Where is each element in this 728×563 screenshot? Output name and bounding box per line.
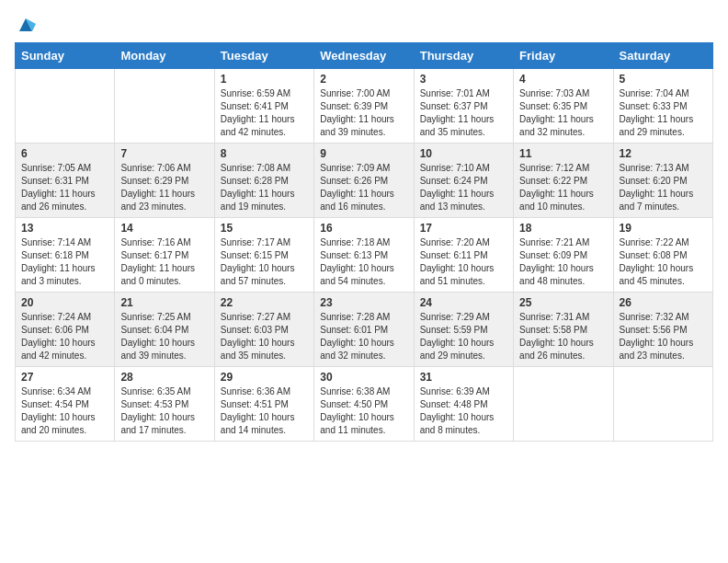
calendar-header-row: SundayMondayTuesdayWednesdayThursdayFrid… <box>16 43 713 69</box>
day-number: 2 <box>320 73 407 86</box>
calendar-cell: 6Sunrise: 7:05 AMSunset: 6:31 PMDaylight… <box>16 144 115 218</box>
header-day-tuesday: Tuesday <box>214 43 313 69</box>
calendar-cell: 18Sunrise: 7:21 AMSunset: 6:09 PMDayligh… <box>514 218 613 293</box>
calendar-cell: 14Sunrise: 7:16 AMSunset: 6:17 PMDayligh… <box>115 218 214 293</box>
day-number: 15 <box>221 222 308 235</box>
calendar-cell: 12Sunrise: 7:13 AMSunset: 6:20 PMDayligh… <box>613 144 712 218</box>
calendar-cell: 17Sunrise: 7:20 AMSunset: 6:11 PMDayligh… <box>414 218 513 293</box>
calendar-cell: 26Sunrise: 7:32 AMSunset: 5:56 PMDayligh… <box>613 293 712 367</box>
day-info: Sunrise: 6:59 AMSunset: 6:41 PMDaylight:… <box>221 87 308 139</box>
day-number: 11 <box>519 147 607 160</box>
day-number: 17 <box>420 222 507 235</box>
day-number: 23 <box>320 296 407 309</box>
day-info: Sunrise: 7:20 AMSunset: 6:11 PMDaylight:… <box>420 236 507 288</box>
day-number: 4 <box>519 73 607 86</box>
day-info: Sunrise: 7:24 AMSunset: 6:06 PMDaylight:… <box>21 311 108 362</box>
calendar-week-row: 1Sunrise: 6:59 AMSunset: 6:41 PMDaylight… <box>16 69 713 144</box>
day-info: Sunrise: 7:27 AMSunset: 6:03 PMDaylight:… <box>221 311 308 362</box>
day-number: 20 <box>21 296 108 309</box>
calendar-cell: 9Sunrise: 7:09 AMSunset: 6:26 PMDaylight… <box>314 144 414 218</box>
day-info: Sunrise: 7:21 AMSunset: 6:09 PMDaylight:… <box>519 236 607 288</box>
day-info: Sunrise: 7:12 AMSunset: 6:22 PMDaylight:… <box>519 162 607 213</box>
calendar-cell: 2Sunrise: 7:00 AMSunset: 6:39 PMDaylight… <box>314 69 414 144</box>
day-info: Sunrise: 7:16 AMSunset: 6:17 PMDaylight:… <box>120 236 208 288</box>
calendar-cell <box>514 367 613 442</box>
day-number: 29 <box>221 371 308 384</box>
day-info: Sunrise: 7:32 AMSunset: 5:56 PMDaylight:… <box>620 311 707 362</box>
day-info: Sunrise: 7:14 AMSunset: 6:18 PMDaylight:… <box>21 236 108 288</box>
calendar-cell: 13Sunrise: 7:14 AMSunset: 6:18 PMDayligh… <box>16 218 115 293</box>
day-info: Sunrise: 7:00 AMSunset: 6:39 PMDaylight:… <box>320 87 407 139</box>
calendar-cell <box>115 69 214 144</box>
page-header <box>15 15 713 31</box>
calendar-cell: 29Sunrise: 6:36 AMSunset: 4:51 PMDayligh… <box>214 367 313 442</box>
day-info: Sunrise: 7:28 AMSunset: 6:01 PMDaylight:… <box>320 311 407 362</box>
header-day-friday: Friday <box>514 43 613 69</box>
day-info: Sunrise: 6:38 AMSunset: 4:50 PMDaylight:… <box>320 385 407 437</box>
day-number: 7 <box>120 147 208 160</box>
day-info: Sunrise: 7:22 AMSunset: 6:08 PMDaylight:… <box>620 236 707 288</box>
day-info: Sunrise: 7:01 AMSunset: 6:37 PMDaylight:… <box>420 87 507 139</box>
calendar-cell: 30Sunrise: 6:38 AMSunset: 4:50 PMDayligh… <box>314 367 414 442</box>
calendar-cell <box>613 367 712 442</box>
header-day-sunday: Sunday <box>16 43 115 69</box>
logo-icon <box>16 15 36 35</box>
calendar-cell: 25Sunrise: 7:31 AMSunset: 5:58 PMDayligh… <box>514 293 613 367</box>
day-info: Sunrise: 7:03 AMSunset: 6:35 PMDaylight:… <box>519 87 607 139</box>
day-info: Sunrise: 7:29 AMSunset: 5:59 PMDaylight:… <box>420 311 507 362</box>
calendar-cell: 19Sunrise: 7:22 AMSunset: 6:08 PMDayligh… <box>613 218 712 293</box>
day-number: 12 <box>620 147 707 160</box>
calendar-cell: 11Sunrise: 7:12 AMSunset: 6:22 PMDayligh… <box>514 144 613 218</box>
day-number: 26 <box>620 296 707 309</box>
calendar-cell <box>16 69 115 144</box>
day-number: 25 <box>519 296 607 309</box>
day-info: Sunrise: 6:35 AMSunset: 4:53 PMDaylight:… <box>120 385 208 437</box>
header-day-saturday: Saturday <box>613 43 712 69</box>
day-number: 8 <box>221 147 308 160</box>
day-number: 27 <box>21 371 108 384</box>
calendar-cell: 1Sunrise: 6:59 AMSunset: 6:41 PMDaylight… <box>214 69 313 144</box>
day-number: 16 <box>320 222 407 235</box>
calendar-cell: 24Sunrise: 7:29 AMSunset: 5:59 PMDayligh… <box>414 293 513 367</box>
calendar-cell: 7Sunrise: 7:06 AMSunset: 6:29 PMDaylight… <box>115 144 214 218</box>
day-number: 5 <box>620 73 707 86</box>
day-info: Sunrise: 7:08 AMSunset: 6:28 PMDaylight:… <box>221 162 308 213</box>
calendar-week-row: 20Sunrise: 7:24 AMSunset: 6:06 PMDayligh… <box>16 293 713 367</box>
day-number: 22 <box>221 296 308 309</box>
day-info: Sunrise: 7:17 AMSunset: 6:15 PMDaylight:… <box>221 236 308 288</box>
day-info: Sunrise: 7:05 AMSunset: 6:31 PMDaylight:… <box>21 162 108 213</box>
day-info: Sunrise: 7:25 AMSunset: 6:04 PMDaylight:… <box>120 311 208 362</box>
calendar-cell: 27Sunrise: 6:34 AMSunset: 4:54 PMDayligh… <box>16 367 115 442</box>
calendar-cell: 22Sunrise: 7:27 AMSunset: 6:03 PMDayligh… <box>214 293 313 367</box>
calendar-cell: 15Sunrise: 7:17 AMSunset: 6:15 PMDayligh… <box>214 218 313 293</box>
calendar-cell: 23Sunrise: 7:28 AMSunset: 6:01 PMDayligh… <box>314 293 414 367</box>
day-number: 6 <box>21 147 108 160</box>
day-number: 31 <box>420 371 507 384</box>
day-number: 24 <box>420 296 507 309</box>
day-number: 1 <box>221 73 308 86</box>
calendar-cell: 21Sunrise: 7:25 AMSunset: 6:04 PMDayligh… <box>115 293 214 367</box>
calendar-cell: 20Sunrise: 7:24 AMSunset: 6:06 PMDayligh… <box>16 293 115 367</box>
calendar-cell: 5Sunrise: 7:04 AMSunset: 6:33 PMDaylight… <box>613 69 712 144</box>
logo <box>15 15 36 31</box>
day-number: 10 <box>420 147 507 160</box>
day-number: 9 <box>320 147 407 160</box>
calendar-cell: 4Sunrise: 7:03 AMSunset: 6:35 PMDaylight… <box>514 69 613 144</box>
calendar-cell: 8Sunrise: 7:08 AMSunset: 6:28 PMDaylight… <box>214 144 313 218</box>
calendar-cell: 3Sunrise: 7:01 AMSunset: 6:37 PMDaylight… <box>414 69 513 144</box>
calendar-cell: 31Sunrise: 6:39 AMSunset: 4:48 PMDayligh… <box>414 367 513 442</box>
day-info: Sunrise: 6:36 AMSunset: 4:51 PMDaylight:… <box>221 385 308 437</box>
day-number: 28 <box>120 371 208 384</box>
day-info: Sunrise: 6:34 AMSunset: 4:54 PMDaylight:… <box>21 385 108 437</box>
calendar-week-row: 27Sunrise: 6:34 AMSunset: 4:54 PMDayligh… <box>16 367 713 442</box>
day-number: 18 <box>519 222 607 235</box>
day-info: Sunrise: 7:13 AMSunset: 6:20 PMDaylight:… <box>620 162 707 213</box>
day-number: 21 <box>120 296 208 309</box>
header-day-thursday: Thursday <box>414 43 513 69</box>
day-number: 3 <box>420 73 507 86</box>
calendar-cell: 16Sunrise: 7:18 AMSunset: 6:13 PMDayligh… <box>314 218 414 293</box>
day-number: 13 <box>21 222 108 235</box>
day-number: 30 <box>320 371 407 384</box>
calendar-cell: 10Sunrise: 7:10 AMSunset: 6:24 PMDayligh… <box>414 144 513 218</box>
calendar-cell: 28Sunrise: 6:35 AMSunset: 4:53 PMDayligh… <box>115 367 214 442</box>
